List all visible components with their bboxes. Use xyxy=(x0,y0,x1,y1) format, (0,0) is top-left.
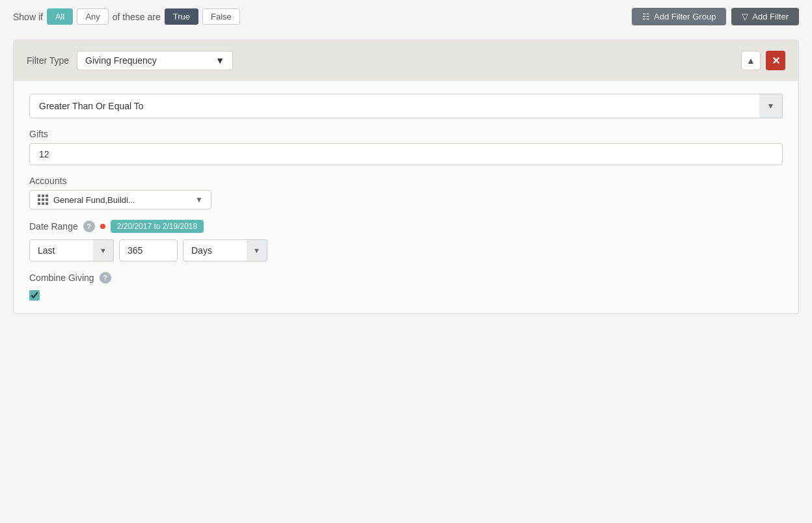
days-select-wrapper: Days Weeks Months Years ▼ xyxy=(183,239,267,262)
all-toggle[interactable]: All xyxy=(47,8,73,25)
header-right-buttons: ▲ ✕ xyxy=(741,51,785,70)
filter-type-select[interactable]: Giving Frequency ▼ xyxy=(77,51,233,70)
combine-giving-header: Combine Giving ? xyxy=(29,272,783,284)
add-filter-button[interactable]: ▽ Add Filter xyxy=(731,8,799,25)
filter-header: Filter Type Giving Frequency ▼ ▲ ✕ xyxy=(14,40,798,81)
date-number-input[interactable] xyxy=(119,239,178,262)
filter-type-row: Filter Type Giving Frequency ▼ xyxy=(27,51,233,70)
grid-icon xyxy=(38,194,48,205)
combine-giving-checkbox[interactable] xyxy=(29,290,40,301)
days-select[interactable]: Days Weeks Months Years xyxy=(183,239,267,262)
combine-giving-checkbox-wrapper xyxy=(29,290,783,301)
remove-icon: ✕ xyxy=(772,55,780,67)
show-if-section: Show if All Any of these are True False xyxy=(13,8,240,25)
any-toggle[interactable]: Any xyxy=(77,8,108,25)
collapse-icon: ▲ xyxy=(746,55,755,66)
add-filter-group-button[interactable]: ☷ Add Filter Group xyxy=(632,8,726,25)
right-buttons: ☷ Add Filter Group ▽ Add Filter xyxy=(632,8,799,25)
comparison-select-wrapper: Greater Than Or Equal To Greater Than Le… xyxy=(29,94,783,118)
date-range-label: Date Range xyxy=(29,221,78,232)
accounts-dropdown[interactable]: General Fund,Buildi... ▼ xyxy=(29,190,211,209)
date-last-select[interactable]: Last Current Between xyxy=(29,239,114,262)
date-range-help-icon[interactable]: ? xyxy=(83,221,95,232)
gifts-label: Gifts xyxy=(29,129,783,139)
false-toggle[interactable]: False xyxy=(202,8,240,25)
show-if-label: Show if xyxy=(13,12,43,22)
accounts-section: Accounts General Fund,Buildi... ▼ xyxy=(29,176,783,209)
filter-icon: ▽ xyxy=(742,12,748,21)
gifts-input[interactable] xyxy=(29,143,783,165)
of-these-label: of these are xyxy=(113,12,161,22)
comparison-select[interactable]: Greater Than Or Equal To Greater Than Le… xyxy=(29,94,783,118)
date-range-badge: 2/20/2017 to 2/19/2018 xyxy=(111,220,204,233)
filter-type-label: Filter Type xyxy=(27,55,69,66)
accounts-label: Accounts xyxy=(29,176,783,186)
filter-body: Greater Than Or Equal To Greater Than Le… xyxy=(14,81,798,314)
add-filter-label: Add Filter xyxy=(752,12,789,21)
gifts-field: Gifts xyxy=(29,129,783,176)
remove-button[interactable]: ✕ xyxy=(766,51,785,70)
combine-giving-help-icon[interactable]: ? xyxy=(100,272,111,284)
date-range-section: Date Range ? 2/20/2017 to 2/19/2018 Last… xyxy=(29,220,783,262)
filter-group-icon: ☷ xyxy=(642,12,650,21)
combine-giving-section: Combine Giving ? xyxy=(29,272,783,301)
top-bar: Show if All Any of these are True False … xyxy=(0,0,812,33)
collapse-button[interactable]: ▲ xyxy=(741,51,761,70)
date-last-select-wrapper: Last Current Between ▼ xyxy=(29,239,114,262)
accounts-value: General Fund,Buildi... xyxy=(53,195,190,205)
filter-type-arrow-icon: ▼ xyxy=(215,55,224,66)
accounts-arrow-icon: ▼ xyxy=(195,195,203,204)
combine-giving-label: Combine Giving xyxy=(29,273,94,283)
true-toggle[interactable]: True xyxy=(165,8,198,25)
add-filter-group-label: Add Filter Group xyxy=(654,12,716,21)
filter-card: Filter Type Giving Frequency ▼ ▲ ✕ Great… xyxy=(13,40,799,314)
date-range-dot-indicator xyxy=(100,224,105,229)
filter-type-value: Giving Frequency xyxy=(85,55,157,66)
date-range-header: Date Range ? 2/20/2017 to 2/19/2018 xyxy=(29,220,783,233)
date-range-controls: Last Current Between ▼ Days Weeks Months… xyxy=(29,239,783,262)
